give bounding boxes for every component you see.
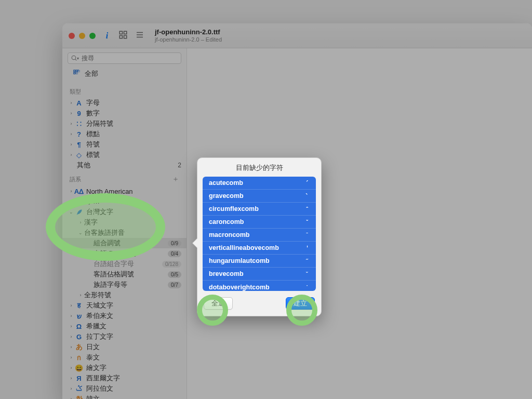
toolbar-icons: i [103, 30, 144, 42]
disclosure-arrow-icon: ⌄ [78, 230, 83, 235]
sidebar-lang-item[interactable]: ›😄繪文字 [62, 363, 187, 373]
script-glyph-icon: 字 [75, 197, 83, 206]
sidebar-lang-item[interactable]: ›字字… [62, 196, 187, 207]
sidebar-item-label: 台灣文字 [86, 207, 181, 217]
glyph-list-item[interactable]: dotaboverightcomb˙ [203, 281, 316, 291]
svg-rect-1 [124, 31, 127, 34]
add-language-button[interactable]: ＋ [172, 175, 179, 184]
popover-title: 目前缺少的字符 [203, 163, 316, 172]
select-all-button[interactable]: 全選 [204, 297, 233, 310]
titlebar: i jf-openhuninn-2.0.ttf jf-openhuninn-2.… [62, 23, 532, 48]
sidebar-lang-item[interactable]: ›漢字 [62, 217, 187, 228]
sidebar-type-item[interactable]: ›¶符號 [62, 139, 187, 150]
sidebar-item-label: 台語 POJ 字母 [94, 249, 166, 258]
script-glyph-icon: 😄 [75, 364, 83, 372]
glyph-preview-icon: ˇ [303, 219, 311, 225]
count-badge: 0/128 [162, 261, 181, 268]
sidebar-item-label: 全形符號 [84, 290, 181, 300]
disclosure-arrow-icon: › [78, 220, 83, 225]
sidebar-item-all[interactable]: 全部 [62, 66, 187, 84]
svg-rect-2 [119, 35, 122, 38]
sidebar-item-label: 字母 [86, 98, 181, 108]
sidebar-item-label: 漢字 [84, 218, 181, 227]
svg-rect-12 [74, 72, 75, 74]
count-badge: 0/5 [168, 271, 181, 278]
sidebar-item-label: 分隔符號 [86, 119, 181, 128]
glyph-list-item[interactable]: macroncombˉ [203, 229, 316, 242]
sidebar-lang-item[interactable]: 組合調號0/9 [62, 238, 187, 248]
sidebar-lang-item[interactable]: 客語佔格調號0/5 [62, 269, 187, 280]
sidebar-item-label: 符號 [86, 140, 181, 149]
close-window-button[interactable] [69, 33, 75, 39]
sidebar-type-item[interactable]: ›◇標號 [62, 150, 187, 160]
minimize-window-button[interactable] [79, 33, 85, 39]
svg-rect-3 [124, 35, 127, 38]
sidebar-lang-item[interactable]: ›Ω希臘文 [62, 321, 187, 331]
disclosure-arrow-icon: › [69, 376, 74, 381]
create-button[interactable]: 建立 [286, 297, 315, 310]
glyph-name: verticallineabovecomb [209, 244, 279, 251]
glyph-name: brevecomb [209, 270, 244, 277]
sidebar-item-label: 天城文字 [86, 301, 181, 310]
script-glyph-icon: Ω [75, 323, 83, 330]
list-view-icon[interactable] [135, 30, 144, 42]
glyph-list-item[interactable]: acutecombˊ [203, 177, 316, 190]
sidebar-lang-item[interactable]: ›全形符號 [62, 290, 187, 300]
glyph-list-item[interactable]: brevecomb˘ [203, 268, 316, 281]
type-glyph-icon: ¶ [75, 141, 83, 149]
glyph-list-item[interactable]: gravecombˋ [203, 190, 316, 203]
sidebar-lang-item[interactable]: ›ก泰文 [62, 352, 187, 363]
sidebar-item-label: 台客族語拼音 [84, 228, 181, 237]
sidebar-lang-item[interactable]: ⌄台灣文字 [62, 207, 187, 217]
search-input[interactable] [68, 52, 181, 64]
sidebar-type-item[interactable]: ›⸬分隔符號 [62, 118, 187, 129]
type-glyph-icon: ? [75, 130, 83, 138]
script-glyph-icon: ह [75, 301, 83, 310]
sidebar-type-item[interactable]: ›A字母 [62, 98, 187, 108]
grid-view-icon[interactable] [118, 30, 128, 42]
disclosure-arrow-icon: › [69, 189, 74, 194]
zoom-window-button[interactable] [89, 33, 96, 39]
glyph-preview-icon: ˊ [303, 180, 311, 187]
sidebar-type-item[interactable]: ›?標點 [62, 129, 187, 139]
sidebar-lang-item[interactable]: 台語 POJ 字母0/4 [62, 248, 187, 259]
glyph-list-item[interactable]: circumflexcombˆ [203, 203, 316, 216]
sidebar-lang-item[interactable]: 族語字母等0/7 [62, 280, 187, 290]
glyph-list-item[interactable]: verticallineabovecombˈ [203, 242, 316, 255]
info-icon[interactable]: i [103, 31, 111, 41]
script-glyph-icon: ש [75, 312, 83, 320]
popover-caret [193, 238, 197, 248]
sidebar-lang-item[interactable]: 台語組合字母0/128 [62, 259, 187, 269]
all-glyphs-icon [73, 69, 81, 78]
section-header-type: 類型 [62, 84, 187, 98]
svg-rect-0 [119, 31, 122, 34]
chevron-right-icon: › [69, 100, 74, 105]
sidebar-lang-item[interactable]: ›AᐃNorth American [62, 186, 187, 196]
disclosure-arrow-icon: › [69, 324, 74, 329]
search-field[interactable]: ▾ [68, 52, 181, 64]
sidebar-lang-item[interactable]: ⌄台客族語拼音 [62, 228, 187, 238]
sidebar-lang-item[interactable]: ›G拉丁文字 [62, 331, 187, 342]
glyph-list-item[interactable]: hungarumlautcomb˝ [203, 255, 316, 268]
glyph-preview-icon: ˆ [303, 206, 311, 212]
sidebar-lang-item[interactable]: ›ݣ阿拉伯文 [62, 383, 187, 394]
sidebar-item-other[interactable]: 其他 2 [62, 160, 187, 170]
sidebar-item-label: 拉丁文字 [86, 332, 181, 341]
type-glyph-icon: 9 [75, 110, 83, 117]
glyph-name: macroncomb [209, 231, 250, 238]
glyph-preview-icon: ˘ [303, 271, 311, 277]
glyph-preview-icon: ˋ [303, 193, 311, 200]
script-glyph-icon: G [75, 333, 83, 341]
sidebar-lang-item[interactable]: ›ש希伯来文 [62, 311, 187, 321]
sidebar-lang-item[interactable]: ›Я西里爾文字 [62, 373, 187, 383]
svg-rect-10 [76, 70, 77, 72]
glyph-list-item[interactable]: caroncombˇ [203, 216, 316, 229]
sidebar-item-label: 全部 [85, 69, 98, 78]
sidebar-lang-item[interactable]: ›한韓文 [62, 394, 187, 399]
sidebar-type-item[interactable]: ›9數字 [62, 108, 187, 118]
sidebar-lang-item[interactable]: ›あ日文 [62, 342, 187, 352]
missing-glyphs-list[interactable]: acutecombˊgravecombˋcircumflexcombˆcaron… [203, 177, 316, 291]
glyph-preview-icon: ˈ [303, 245, 311, 251]
sidebar-lang-item[interactable]: ›ह天城文字 [62, 300, 187, 311]
sidebar-item-label: 台語組合字母 [94, 259, 160, 269]
